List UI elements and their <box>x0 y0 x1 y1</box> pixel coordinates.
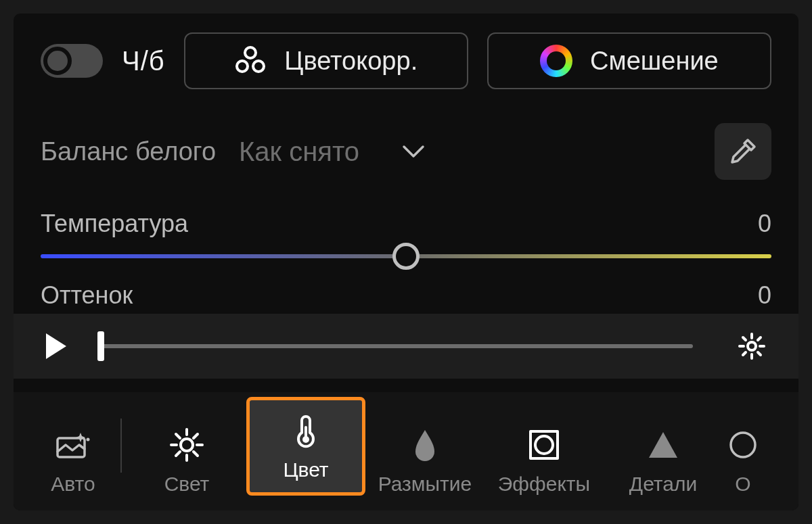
thermometer-icon <box>288 412 324 449</box>
chevron-down-icon[interactable] <box>400 143 427 160</box>
tab-light-label: Свет <box>164 473 210 496</box>
white-balance-label: Баланс белого <box>41 137 216 166</box>
temperature-slider[interactable] <box>41 254 771 258</box>
timeline-playhead[interactable] <box>97 331 104 361</box>
play-icon[interactable] <box>46 333 66 359</box>
tab-auto[interactable]: Авто <box>26 427 120 496</box>
tab-effects-label: Эффекты <box>498 473 590 496</box>
color-grading-icon <box>234 47 267 74</box>
temperature-thumb[interactable] <box>392 243 420 270</box>
color-mix-label: Смешение <box>590 47 719 76</box>
tint-value: 0 <box>758 281 771 310</box>
tab-detail[interactable]: Детали <box>604 427 723 496</box>
tint-label: Оттенок <box>41 281 133 310</box>
toggle-knob <box>43 47 72 75</box>
color-correction-button[interactable]: Цветокорр. <box>184 32 468 89</box>
vignette-icon <box>526 427 562 463</box>
color-mix-button[interactable]: Смешение <box>487 32 771 89</box>
tab-blur-label: Размытие <box>378 473 472 496</box>
svg-point-7 <box>535 436 553 454</box>
tab-color[interactable]: Цвет <box>246 397 365 496</box>
color-correction-label: Цветокорр. <box>284 47 418 76</box>
timeline-scrubber[interactable] <box>97 344 693 348</box>
tab-detail-label: Детали <box>629 473 697 496</box>
tab-blur[interactable]: Размытие <box>365 427 484 496</box>
temperature-slider-block: Температура 0 <box>41 210 771 258</box>
bw-toggle[interactable] <box>41 44 103 78</box>
triangle-icon <box>645 427 681 463</box>
temperature-label: Температура <box>41 210 188 238</box>
svg-point-3 <box>181 439 193 451</box>
tab-color-label: Цвет <box>283 458 328 481</box>
playback-strip <box>14 314 798 379</box>
drop-icon <box>407 427 443 463</box>
lens-icon <box>725 427 761 463</box>
svg-point-8 <box>731 433 755 457</box>
tab-light[interactable]: Свет <box>127 427 246 496</box>
tab-effects[interactable]: Эффекты <box>484 427 604 496</box>
white-balance-select[interactable]: Как снято <box>239 137 359 167</box>
bw-label: Ч/б <box>122 46 165 76</box>
svg-point-2 <box>87 438 90 442</box>
temperature-value: 0 <box>758 210 771 238</box>
gear-icon[interactable] <box>738 332 766 360</box>
color-wheel-icon <box>540 45 572 77</box>
auto-icon <box>55 427 91 463</box>
sun-icon <box>168 427 205 463</box>
tab-optics-label: О <box>735 473 750 496</box>
tab-optics[interactable]: О <box>723 427 763 496</box>
eyedropper-button[interactable] <box>715 123 771 180</box>
tab-auto-label: Авто <box>51 473 95 496</box>
bottom-tab-bar: Авто Свет <box>14 392 798 510</box>
tab-divider <box>120 419 122 473</box>
svg-point-0 <box>748 342 756 350</box>
eyedropper-icon <box>727 136 759 167</box>
